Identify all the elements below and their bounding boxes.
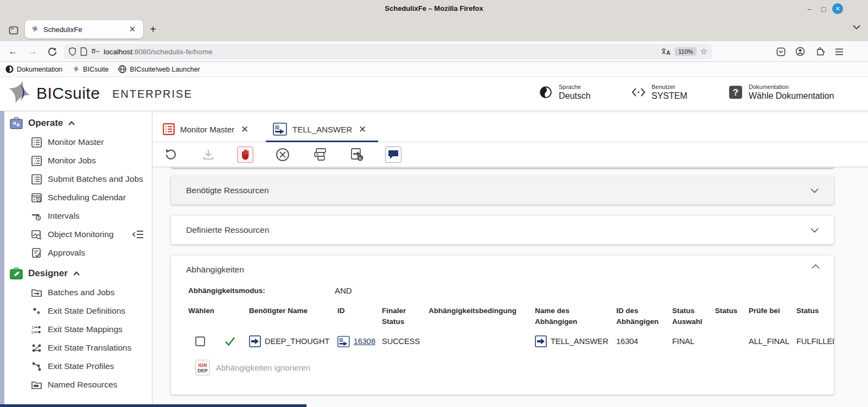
rerun-cascade-icon[interactable]	[312, 147, 328, 163]
comment-icon[interactable]	[385, 147, 401, 163]
sidebar-item-named-resources[interactable]: Named Resources	[31, 376, 152, 394]
chevron-down-icon	[810, 188, 819, 193]
sidebar-item-exit-state-translations[interactable]: Exit State Translations	[31, 339, 152, 357]
interval-icon	[31, 211, 42, 221]
close-tab-icon[interactable]: ✕	[240, 124, 250, 135]
svg-text:0: 0	[31, 330, 34, 335]
list-tabs-chevron-icon[interactable]	[853, 25, 860, 30]
cancel-icon[interactable]	[275, 147, 291, 163]
suspend-hand-icon[interactable]	[237, 147, 253, 163]
panel-definierte-ressourcen[interactable]: Definierte Ressourcen	[171, 216, 834, 244]
sidebar-scrollbar[interactable]	[0, 111, 4, 407]
svg-text:ID: ID	[275, 124, 279, 129]
chevron-up-icon	[73, 271, 80, 276]
page-info-icon[interactable]	[80, 47, 87, 56]
col-status: Status	[715, 306, 749, 327]
workspace-toolbar: v.	[152, 142, 868, 167]
sidebar-item-submit-batches-and-jobs[interactable]: Submit Batches and Jobs	[31, 170, 152, 188]
sidebar-item-exit-state-profiles[interactable]: Exit State Profiles	[31, 357, 152, 376]
translate-icon[interactable]: A	[661, 48, 671, 56]
sidebar-item-scheduling-calendar[interactable]: Scheduling Calendar	[31, 188, 152, 207]
sidebar-item-intervals[interactable]: Intervals	[31, 207, 152, 225]
bicsuite-logo	[5, 80, 33, 107]
brand-name: BICsuite	[36, 84, 100, 103]
sidebar: Operate Monitor Master Monitor Jobs Subm…	[4, 111, 152, 407]
sidebar-item-monitor-jobs[interactable]: Monitor Jobs	[31, 151, 152, 170]
sidebar-item-monitor-master[interactable]: Monitor Master	[31, 133, 152, 151]
maximize-button[interactable]: ▢	[818, 3, 829, 14]
close-button[interactable]: ✕	[832, 3, 843, 14]
final-status: SUCCESS	[382, 327, 429, 355]
folder-arrow-icon	[31, 288, 42, 298]
app-header: BICsuite ENTERPRISE Sprache Deutsch Benu…	[0, 77, 868, 111]
panel-benoetigte-ressourcen[interactable]: Benötigte Ressourcen	[171, 176, 834, 205]
user-selector[interactable]: Benutzer SYSTEM	[631, 84, 687, 101]
firefox-view-icon[interactable]	[5, 23, 22, 37]
extensions-icon[interactable]	[813, 45, 826, 58]
reload-icon[interactable]	[46, 45, 59, 58]
table-header-row: Wählen Benötigter Name ID Finaler Status…	[188, 306, 834, 327]
main-content: Monitor Master ✕ ID TELL_ANSWER ✕ v.	[152, 111, 868, 407]
pocket-icon[interactable]	[774, 45, 787, 58]
sidebar-section-designer[interactable]: Designer	[10, 265, 80, 282]
documentation-selector[interactable]: ? Dokumentation Wähle Dokumentation	[728, 84, 834, 101]
language-globe-icon	[538, 85, 553, 100]
window-title: SchedulixFe – Mozilla Firefox	[0, 4, 868, 12]
language-value: Deutsch	[559, 91, 591, 101]
col-abhaengigkeitsbedingung: Abhängigkeitsbedingung	[429, 306, 535, 327]
item-label: Exit State Profiles	[48, 361, 114, 371]
account-icon[interactable]	[794, 45, 807, 58]
col-id: ID	[337, 306, 382, 327]
required-id-link[interactable]: 16308	[354, 337, 375, 346]
browser-tab-schedulixfe[interactable]: SchedulixFe ✕	[25, 20, 143, 39]
zoom-level-badge[interactable]: 110%	[675, 47, 696, 56]
shield-icon[interactable]	[68, 47, 76, 56]
menu-icon[interactable]	[833, 45, 846, 58]
bookmark-bicsuite-web-launcher[interactable]: BICsuite!web Launcher	[118, 65, 200, 73]
panel-title: Abhängigkeiten	[186, 265, 244, 275]
required-name: DEEP_THOUGHT	[265, 337, 329, 346]
list-icon	[31, 137, 42, 148]
tab-close-icon[interactable]: ✕	[127, 24, 138, 35]
download-icon[interactable]	[200, 147, 216, 163]
sidebar-item-object-monitoring[interactable]: Object Monitoring	[31, 225, 152, 244]
back-icon[interactable]: ←	[7, 45, 20, 58]
sidebar-item-exit-state-definitions[interactable]: Exit State Definitions	[31, 302, 152, 320]
sidebar-item-approvals[interactable]: Approvals	[31, 244, 152, 262]
site-permissions-icon[interactable]	[91, 48, 100, 55]
item-label: Approvals	[48, 248, 85, 258]
url-path: :8080/schedulix-fe/home	[132, 48, 212, 56]
profile-branch-icon	[31, 361, 42, 372]
sidebar-item-batches-and-jobs[interactable]: Batches and Jobs	[31, 283, 152, 302]
browser-tabstrip: SchedulixFe ✕ +	[0, 17, 868, 41]
forward-icon[interactable]: →	[26, 45, 39, 58]
table-row: DEEP_THOUGHT ID 16308 SUCCESS	[188, 327, 834, 355]
designer-pencil-icon	[10, 268, 23, 279]
bookmark-dokumentation[interactable]: Dokumentation	[5, 65, 62, 73]
globe-icon	[118, 65, 126, 73]
item-label: Object Monitoring	[48, 230, 113, 239]
col-benoetigter-name: Benötigter Name	[249, 306, 337, 327]
url-bar[interactable]: localhost:8080/schedulix-fe/home A 110% …	[64, 44, 712, 59]
sidebar-item-exit-state-mappings[interactable]: 10 Exit State Mappings	[31, 320, 152, 339]
row-checkbox[interactable]	[195, 336, 205, 346]
language-selector[interactable]: Sprache Deutsch	[538, 84, 591, 101]
close-tab-icon[interactable]: ✕	[358, 124, 367, 135]
bookmark-star-icon[interactable]: ☆	[700, 47, 707, 56]
list-jobs-icon	[31, 156, 42, 166]
chevron-up-icon[interactable]	[812, 264, 820, 269]
dependency-condition	[429, 327, 535, 355]
workspace-tab-tell-answer[interactable]: ID TELL_ANSWER ✕	[273, 118, 367, 140]
set-state-icon[interactable]: v.	[349, 147, 365, 163]
calendar-clock-icon	[31, 193, 42, 203]
refresh-icon[interactable]	[163, 147, 179, 163]
ignore-dependencies-button[interactable]: IGN DEP Abhängigkeiten ignorieren	[195, 360, 310, 376]
minimize-button[interactable]: –	[804, 3, 815, 14]
url-text[interactable]: localhost:8080/schedulix-fe/home	[104, 48, 658, 56]
ignore-button-label: Abhängigkeiten ignorieren	[216, 363, 310, 372]
new-tab-button[interactable]: +	[148, 24, 158, 35]
workspace-tab-monitor-master[interactable]: Monitor Master ✕	[163, 118, 250, 140]
bookmark-bicsuite[interactable]: BICsuite	[72, 66, 108, 73]
sidebar-section-operate[interactable]: Operate	[10, 115, 75, 131]
documentation-label: Dokumentation	[749, 84, 834, 90]
